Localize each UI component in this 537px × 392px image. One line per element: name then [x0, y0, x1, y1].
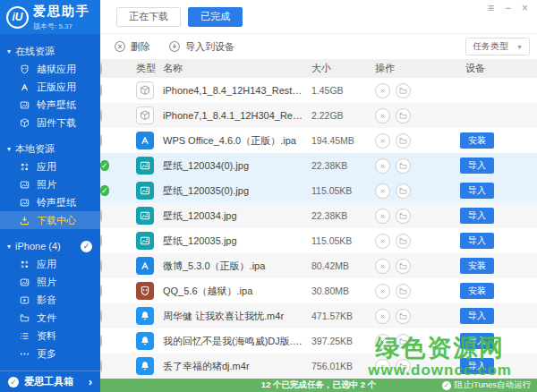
block-itunes-toggle[interactable]: ✓ 阻止iTunes自动运行 — [442, 379, 531, 392]
table-row[interactable]: 周华健 让我欢喜让我忧.m4r471.57KB导入 — [100, 303, 537, 328]
sidebar-item-toolbox[interactable]: ✓ 爱思工具箱 › — [0, 371, 100, 392]
caret-down-icon: ▾ — [7, 145, 11, 153]
row-checkbox[interactable] — [100, 234, 102, 247]
open-folder-button[interactable] — [396, 209, 411, 224]
install-button[interactable]: 安装 — [460, 283, 494, 299]
task-type-dropdown[interactable]: 任务类型 ▼ — [465, 38, 530, 55]
row-checkbox[interactable] — [100, 360, 102, 372]
row-checkbox[interactable] — [100, 310, 102, 322]
import-button[interactable]: 导入 — [460, 333, 494, 349]
sidebar-item[interactable]: 更多 — [0, 345, 100, 362]
minimize-icon[interactable]: − — [505, 3, 511, 13]
install-button[interactable]: 安装 — [460, 132, 494, 149]
table-row[interactable]: 微博_5.3.0（正版）.ipa80.42MB安装 — [100, 253, 537, 278]
open-folder-button[interactable] — [396, 133, 411, 149]
table-row[interactable]: 壁纸_120035.jpg115.05KB导入 — [100, 228, 537, 253]
remove-task-button[interactable] — [375, 158, 390, 174]
sidebar-item[interactable]: 影音 — [0, 291, 100, 309]
sidebar-item[interactable]: 照片 — [0, 273, 100, 291]
file-size: 80.42MB — [308, 260, 371, 271]
open-folder-button[interactable] — [396, 284, 411, 299]
open-folder-button[interactable] — [396, 183, 411, 199]
sidebar-item[interactable]: 正版应用 — [0, 78, 100, 96]
table-row[interactable]: WPS Office_4.6.0（正版）.ipa194.45MB安装 — [100, 128, 537, 153]
sidebar-item[interactable]: 下载中心 — [0, 211, 100, 229]
files-icon — [19, 312, 30, 324]
sidebar-section-header-iphone[interactable]: ▾iPhone (4)✓ — [0, 237, 100, 255]
file-size: 194.45MB — [308, 135, 371, 146]
remove-task-button[interactable] — [375, 133, 390, 149]
sidebar-item[interactable]: 资料 — [0, 327, 100, 345]
import-button[interactable]: 导入 — [460, 308, 494, 324]
sidebar-section-local: ▾本地资源应用照片铃声壁纸下载中心 — [0, 140, 100, 229]
remove-task-button[interactable] — [375, 108, 390, 124]
open-folder-button[interactable] — [396, 334, 411, 349]
tab-completed[interactable]: 已完成 — [188, 7, 243, 27]
table-row[interactable]: ✓壁纸_120035(0).jpg115.05KB导入 — [100, 178, 537, 203]
toolbar: 删除 导入到设备 任务类型 ▼ — [100, 34, 537, 59]
close-icon[interactable]: × — [522, 3, 528, 13]
row-checkbox[interactable] — [100, 134, 102, 147]
row-checkbox[interactable] — [100, 260, 102, 272]
file-size: 471.57KB — [308, 311, 371, 321]
title-bar: iU 爱思助手 版本号: 5.37 正在下载 已完成 ≡ − × — [0, 0, 537, 34]
tab-downloading[interactable]: 正在下载 — [116, 7, 181, 27]
sidebar-item[interactable]: 固件下载 — [0, 114, 100, 132]
sidebar-item[interactable]: 铃声壁纸 — [0, 96, 100, 114]
delete-button[interactable]: 删除 — [114, 40, 150, 54]
sidebar-section-iphone: ▾iPhone (4)✓应用照片影音文件资料更多 — [0, 237, 100, 362]
table-row[interactable]: iPhone4,1_8.4_12H143_Restore.ipsw1.45GB — [100, 78, 537, 103]
sidebar-item[interactable]: 照片 — [0, 175, 100, 193]
open-folder-button[interactable] — [396, 158, 411, 174]
remove-task-button[interactable] — [375, 309, 390, 324]
remove-task-button[interactable] — [375, 234, 390, 249]
import-button[interactable]: 导入 — [460, 208, 494, 224]
remove-task-button[interactable] — [375, 359, 390, 374]
remove-task-button[interactable] — [375, 183, 390, 199]
sidebar-section-header-local[interactable]: ▾本地资源 — [0, 140, 100, 158]
table-row[interactable]: iPhone7,1_8.4.1_12H304_Restore.ipsw2.22G… — [100, 103, 537, 128]
install-button[interactable]: 安装 — [460, 258, 494, 274]
sidebar-item[interactable]: 越狱应用 — [0, 60, 100, 78]
row-checkbox[interactable] — [100, 209, 102, 222]
data-icon — [19, 330, 30, 342]
open-folder-button[interactable] — [396, 259, 411, 274]
row-checkbox[interactable] — [100, 109, 102, 122]
sidebar-item[interactable]: 文件 — [0, 309, 100, 327]
import-to-device-button[interactable]: 导入到设备 — [168, 40, 234, 54]
remove-task-button[interactable] — [375, 259, 390, 274]
sidebar-item[interactable]: 铃声壁纸 — [0, 193, 100, 211]
sidebar-section-header-online[interactable]: ▾在线资源 — [0, 42, 100, 60]
row-checkbox[interactable] — [100, 335, 102, 347]
remove-task-button[interactable] — [375, 209, 390, 224]
open-folder-button[interactable] — [396, 309, 411, 324]
table-row[interactable]: 我的回忆不是我(海鸣威)DJ版.m4r397.25KB导入 — [100, 328, 537, 354]
table-row[interactable]: ✓壁纸_120034(0).jpg22.38KB导入 — [100, 153, 537, 178]
row-checkbox[interactable]: ✓ — [100, 185, 109, 196]
table-row[interactable]: QQ_5.6（越狱）.ipa30.80MB安装 — [100, 278, 537, 303]
sidebar-item[interactable]: 应用 — [0, 255, 100, 273]
sidebar-section-online: ▾在线资源越狱应用正版应用铃声壁纸固件下载 — [0, 42, 100, 132]
open-folder-button[interactable] — [396, 83, 411, 98]
import-button[interactable]: 导入 — [460, 233, 494, 249]
row-checkbox[interactable] — [100, 285, 102, 297]
open-folder-button[interactable] — [396, 108, 411, 124]
import-button[interactable]: 导入 — [460, 183, 494, 199]
file-size: 22.38KB — [308, 210, 371, 221]
select-all-radio[interactable] — [100, 63, 102, 75]
caret-down-icon: ▾ — [7, 47, 11, 55]
firmware-icon — [19, 117, 30, 129]
remove-task-button[interactable] — [375, 83, 390, 98]
import-button[interactable]: 导入 — [460, 158, 494, 174]
table-row[interactable]: 丢了幸福的猪dj.m4r756.01KB导入 — [100, 354, 537, 379]
menu-icon[interactable]: ≡ — [488, 3, 494, 13]
import-button[interactable]: 导入 — [460, 358, 494, 374]
remove-task-button[interactable] — [375, 334, 390, 349]
row-checkbox[interactable]: ✓ — [100, 160, 109, 171]
remove-task-button[interactable] — [375, 284, 390, 299]
table-row[interactable]: 壁纸_120034.jpg22.38KB导入 — [100, 203, 537, 228]
row-checkbox[interactable] — [100, 84, 102, 97]
sidebar-item[interactable]: 应用 — [0, 158, 100, 175]
open-folder-button[interactable] — [396, 359, 411, 374]
open-folder-button[interactable] — [396, 234, 411, 249]
